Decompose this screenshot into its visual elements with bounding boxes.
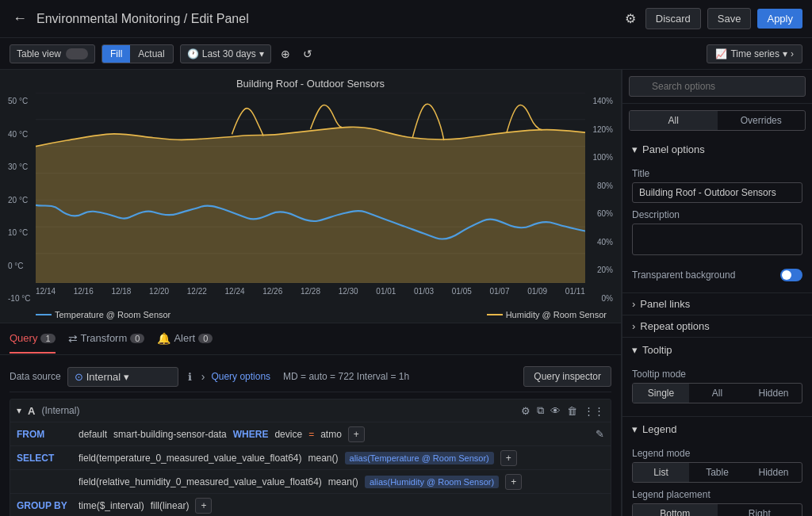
chart-area: Building Roof - Outdoor Sensors 50 °C 40…: [0, 70, 621, 323]
toolbar-right: 📈 Time series ▾ ›: [707, 44, 802, 63]
page-title: Environmental Monitoring / Edit Panel: [36, 12, 249, 26]
where-field: device: [274, 429, 302, 440]
datasource-chevron: ▾: [124, 371, 129, 383]
where-keyword: WHERE: [233, 429, 269, 440]
tab-query[interactable]: Query 1: [10, 324, 56, 354]
title-field-label: Title: [632, 168, 802, 179]
time-range-picker[interactable]: 🕐 Last 30 days ▾: [180, 44, 271, 63]
query-options-btn[interactable]: Query options: [211, 371, 270, 382]
overrides-tab[interactable]: Overrides: [718, 111, 806, 130]
legend-label: Legend: [642, 423, 676, 435]
query-block-actions: ⚙ ⧉ 👁 🗑 ⋮⋮: [521, 404, 604, 417]
refresh-button[interactable]: ↺: [300, 44, 316, 63]
transparent-label: Transparent background: [632, 269, 735, 281]
panel-links-chevron: ›: [632, 298, 635, 310]
collapse-button[interactable]: ▾: [17, 405, 21, 416]
viz-icon: 📈: [715, 48, 727, 59]
viz-type-selector[interactable]: 📈 Time series ▾ ›: [707, 44, 802, 63]
legend-table-btn[interactable]: Table: [689, 463, 745, 482]
datasource-left: Data source ⊙ Internal ▾ ℹ › Query optio…: [10, 367, 409, 387]
panel-links-label: Panel links: [640, 298, 690, 310]
search-wrapper: [629, 76, 806, 97]
legend-right-btn[interactable]: Right: [718, 504, 802, 516]
actual-button[interactable]: Actual: [130, 45, 172, 63]
datasource-label: Data source: [10, 371, 61, 382]
legend-header[interactable]: ▾ Legend: [622, 417, 812, 441]
panel-links-header[interactable]: › Panel links: [622, 293, 812, 315]
legend-section: ▾ Legend Legend mode List Table Hidden L…: [622, 417, 812, 516]
legend-temperature: Temperature @ Room Sensor: [36, 310, 170, 319]
panel-options-content: Title Description Transparent background: [622, 162, 812, 292]
back-button[interactable]: ←: [10, 7, 30, 30]
where-add-button[interactable]: +: [348, 426, 365, 442]
tab-alert[interactable]: 🔔 Alert 0: [157, 324, 213, 354]
query-drag-button[interactable]: ⋮⋮: [584, 404, 604, 417]
query-copy-button[interactable]: ⧉: [537, 404, 544, 417]
query-letter: A: [28, 405, 35, 417]
legend-chevron: ▾: [632, 423, 638, 435]
select-field-2: field(relative_humidity_0_measured_value…: [79, 476, 322, 487]
from-edit-button[interactable]: ✎: [596, 428, 604, 440]
description-label: Description: [632, 209, 802, 220]
legend-hidden-btn[interactable]: Hidden: [745, 463, 802, 482]
select-row-2: SELECT field(relative_humidity_0_measure…: [10, 470, 611, 494]
repeat-options-section: › Repeat options: [622, 315, 812, 338]
title-input[interactable]: [632, 182, 802, 203]
viz-type-chevron: ▾: [783, 48, 787, 59]
apply-button[interactable]: Apply: [757, 9, 802, 29]
tooltip-header[interactable]: ▾ Tooltip: [622, 338, 812, 362]
header-left: ← Environmental Monitoring / Edit Panel: [10, 7, 249, 30]
header: ← Environmental Monitoring / Edit Panel …: [0, 0, 812, 38]
legend-content: Legend mode List Table Hidden Legend pla…: [622, 441, 812, 516]
panel-options-header[interactable]: ▾ Panel options: [622, 137, 812, 162]
select-field-1: field(temperature_0_measured_value_value…: [79, 453, 302, 464]
transparent-toggle[interactable]: [780, 269, 802, 281]
legend-placement-group: Bottom Right: [632, 503, 802, 516]
zoom-button[interactable]: ⊕: [278, 44, 293, 63]
y-axis-right: 140% 120% 100% 80% 60% 40% 20% 0%: [585, 93, 613, 307]
legend-list-btn[interactable]: List: [633, 463, 689, 482]
query-toggle-vis-button[interactable]: 👁: [550, 404, 561, 417]
query-inspector-button[interactable]: Query inspector: [523, 366, 611, 387]
tooltip-single-btn[interactable]: Single: [633, 384, 689, 403]
legend-placement-label: Legend placement: [632, 489, 802, 500]
table-view-switch[interactable]: [66, 48, 88, 59]
tooltip-chevron: ▾: [632, 344, 638, 356]
panel-options-section: ▾ Panel options Title Description Transp…: [622, 137, 812, 293]
search-input[interactable]: [629, 76, 806, 97]
datasource-row: Data source ⊙ Internal ▾ ℹ › Query optio…: [10, 361, 611, 392]
datasource-info-button[interactable]: ℹ: [185, 368, 195, 386]
description-textarea[interactable]: [632, 224, 802, 255]
all-tab[interactable]: All: [630, 111, 718, 130]
groupby-add[interactable]: +: [195, 498, 212, 514]
legend-bottom-btn[interactable]: Bottom: [633, 504, 718, 516]
from-table: smart-building-sensor-data: [113, 429, 227, 440]
repeat-options-header[interactable]: › Repeat options: [622, 315, 812, 337]
tooltip-all-btn[interactable]: All: [689, 384, 745, 403]
query-delete-button[interactable]: 🗑: [567, 404, 577, 417]
table-view-toggle[interactable]: Table view: [10, 44, 95, 63]
panel-options-label: Panel options: [642, 143, 705, 155]
time-icon: 🕐: [187, 48, 199, 59]
fill-button[interactable]: Fill: [102, 45, 130, 63]
datasource-value: Internal: [86, 371, 121, 383]
tab-transform[interactable]: ⇄ Transform 0: [68, 324, 145, 354]
groupby-time: time($_interval): [79, 500, 144, 511]
select-add-1[interactable]: +: [500, 450, 517, 466]
header-right: ⚙ Discard Save Apply: [622, 8, 802, 29]
datasource-select[interactable]: ⊙ Internal ▾: [67, 367, 178, 387]
groupby-row: GROUP BY time($_interval) fill(linear) +: [10, 494, 611, 516]
query-settings-button[interactable]: ⚙: [521, 404, 530, 417]
humidity-legend-line: [487, 314, 503, 315]
save-button[interactable]: Save: [707, 8, 752, 29]
chart-container: 50 °C 40 °C 30 °C 20 °C 10 °C 0 °C -10 °…: [8, 93, 613, 307]
settings-icon[interactable]: ⚙: [622, 8, 639, 29]
discard-button[interactable]: Discard: [645, 8, 701, 29]
search-options: [622, 70, 812, 104]
select-add-2[interactable]: +: [505, 474, 522, 490]
tooltip-hidden-btn[interactable]: Hidden: [745, 384, 802, 403]
legend-humidity: Humidity @ Room Sensor: [487, 310, 613, 319]
main-layout: Building Roof - Outdoor Sensors 50 °C 40…: [0, 70, 812, 516]
panel-options-chevron: ▾: [632, 143, 638, 155]
tab-alert-icon: 🔔: [157, 332, 170, 345]
